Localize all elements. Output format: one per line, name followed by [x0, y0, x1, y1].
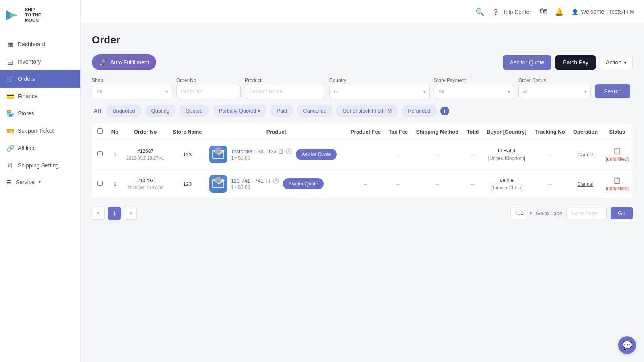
tab-paid[interactable]: Paid — [270, 105, 293, 117]
cancel-link-2[interactable]: Cancel — [577, 181, 593, 187]
product-thumbnail-1 — [209, 146, 227, 163]
status-cell-1: 📋[unfulfilled] — [602, 140, 633, 169]
welcome-label: Welcome：testSTTM — [581, 8, 634, 16]
tab-all[interactable]: All — [92, 105, 103, 117]
status-cell-2: 📋[unfulfilled] — [602, 169, 633, 199]
tab-quoting[interactable]: Quoting — [145, 105, 176, 117]
page-1-button[interactable]: 1 — [108, 207, 121, 220]
history-icon-1[interactable]: 🕐 — [285, 148, 292, 154]
search-button[interactable]: Search — [595, 84, 630, 98]
tab-out-of-stock[interactable]: Out of stock in STTM — [336, 105, 398, 117]
product-name-link-1[interactable]: Testorder-123 - 123 📋 🕐 — [231, 148, 292, 154]
affiliate-icon: 🔗 — [6, 144, 14, 152]
store-name-cell-2: 123 — [169, 169, 206, 199]
country-select[interactable]: All — [329, 85, 430, 98]
col-buyer-country: Buyer [Country] — [482, 123, 531, 140]
tab-quoted[interactable]: Quoted — [179, 105, 209, 117]
order-status-label: Order Status — [518, 78, 591, 83]
sidebar-item-shipping[interactable]: ⚙ Shipping Setting — [0, 157, 80, 174]
shop-select[interactable]: All — [92, 85, 172, 98]
order-no-cell-2: #132932022/3/9 18:47:32 — [122, 169, 169, 199]
row-checkbox-1[interactable] — [97, 151, 103, 156]
col-order-no: Order No — [122, 123, 169, 140]
store-name-cell-1: 123 — [169, 140, 206, 169]
search-icon[interactable]: 🔍 — [475, 8, 484, 16]
order-status-filter: Order Status All — [518, 78, 591, 98]
product-cell-2: 123-741 - 741 📋 🕐 1 • $0.00 Ask for Quot… — [206, 169, 347, 199]
auto-fulfillment-button[interactable]: 🚀 Auto Fulfillment — [92, 54, 156, 70]
product-name-link-2[interactable]: 123-741 - 741 📋 🕐 — [231, 178, 279, 184]
finance-icon: 💳 — [6, 93, 14, 100]
sidebar-label-support: Support Ticket — [18, 128, 54, 134]
info-button[interactable]: i — [440, 107, 449, 115]
tab-cancelled[interactable]: Cancelled — [297, 105, 333, 117]
orders-table: No Order No Store Name Product Product F… — [92, 123, 633, 199]
tab-partially-quoted[interactable]: Partially Quoted ▾ — [213, 105, 267, 117]
user-menu[interactable]: 👤 Welcome：testSTTM — [572, 8, 634, 16]
total-cell-2: -- — [463, 169, 482, 199]
help-center-link[interactable]: ❓ Help Center — [492, 9, 532, 15]
action-chevron-icon: ▾ — [624, 59, 627, 66]
batch-pay-button[interactable]: Batch Pay — [555, 55, 596, 70]
user-icon: 👤 — [572, 9, 578, 15]
col-total: Total — [463, 123, 482, 140]
service-chevron-icon: ▾ — [39, 180, 41, 184]
sidebar-item-service[interactable]: ☰ Service ▾ — [0, 174, 80, 190]
sidebar-label-inventory: Inventory — [18, 58, 41, 65]
logo-area: SHIP TO THE MOON — [0, 0, 80, 31]
goto-page-input[interactable] — [566, 208, 607, 219]
row-checkbox-2[interactable] — [97, 181, 103, 186]
tax-fee-cell-2: -- — [385, 169, 412, 199]
sidebar-label-dashboard: Dashboard — [18, 41, 45, 47]
product-cell-1: Testorder-123 - 123 📋 🕐 1 • $0.00 Ask fo… — [206, 140, 347, 169]
sidebar-item-affiliate[interactable]: 🔗 Affiliate — [0, 140, 80, 157]
product-filter: Product — [245, 78, 325, 98]
sidebar-item-inventory[interactable]: ▤ Inventory — [0, 53, 80, 70]
store-payment-select[interactable]: All — [434, 85, 514, 98]
action-button[interactable]: Action ▾ — [600, 55, 633, 70]
history-icon-2[interactable]: 🕐 — [272, 178, 279, 184]
tab-unquoted[interactable]: Unquoted — [106, 105, 141, 117]
order-status-select[interactable]: All — [518, 85, 591, 98]
buyer-country-cell-2: celine[Taiwan,China] — [482, 169, 531, 199]
chat-widget[interactable]: 💬 — [618, 336, 636, 354]
country-filter: Country All — [329, 78, 430, 98]
product-thumbnail-2 — [209, 175, 227, 193]
shipping-method-cell-1: -- — [412, 140, 463, 169]
sidebar-item-stores[interactable]: 🏪 Stores — [0, 105, 80, 122]
goto-label: Go to Page — [536, 210, 563, 216]
map-icon[interactable]: 🗺 — [539, 8, 547, 16]
sidebar: SHIP TO THE MOON ▦ Dashboard ▤ Inventory… — [0, 0, 80, 362]
ask-quote-row-button-2[interactable]: Ask for Quote — [283, 178, 324, 189]
copy-icon-1[interactable]: 📋 — [278, 149, 284, 154]
sidebar-item-orders[interactable]: 🛒 Orders — [0, 70, 80, 88]
total-cell-1: -- — [463, 140, 482, 169]
status-badge-2: 📋[unfulfilled] — [605, 177, 630, 191]
sidebar-item-support[interactable]: 🎫 Support Ticket — [0, 122, 80, 140]
shipping-method-cell-2: -- — [412, 169, 463, 199]
bell-icon[interactable]: 🔔 — [555, 8, 564, 16]
rocket-icon: 🚀 — [99, 58, 107, 66]
product-input[interactable] — [245, 85, 325, 98]
ask-for-quote-button[interactable]: Ask for Quote — [503, 55, 552, 70]
col-tax-fee: Tax Fee — [385, 123, 412, 140]
copy-icon-2[interactable]: 📋 — [265, 178, 271, 183]
sidebar-item-dashboard[interactable]: ▦ Dashboard — [0, 36, 80, 53]
sidebar-label-finance: Finance — [18, 93, 38, 99]
cancel-link-1[interactable]: Cancel — [577, 152, 593, 158]
next-page-button[interactable]: > — [124, 207, 137, 220]
tracking-no-cell-1: -- — [531, 140, 569, 169]
filter-row: Shop All Order No Product Country — [92, 77, 633, 98]
select-all-checkbox[interactable] — [97, 128, 103, 134]
tax-fee-cell-1: -- — [385, 140, 412, 169]
ask-quote-row-button-1[interactable]: Ask for Quote — [296, 149, 336, 160]
sidebar-item-finance[interactable]: 💳 Finance — [0, 88, 80, 105]
support-icon: 🎫 — [6, 127, 14, 135]
store-payment-filter: Store Payment All — [434, 78, 514, 98]
tab-refunded[interactable]: Refunded — [401, 105, 437, 117]
go-button[interactable]: Go — [611, 207, 633, 219]
sidebar-label-orders: Orders — [18, 76, 35, 82]
help-icon: ❓ — [492, 9, 499, 15]
order-no-input[interactable] — [176, 85, 241, 98]
prev-page-button[interactable]: < — [92, 207, 105, 220]
